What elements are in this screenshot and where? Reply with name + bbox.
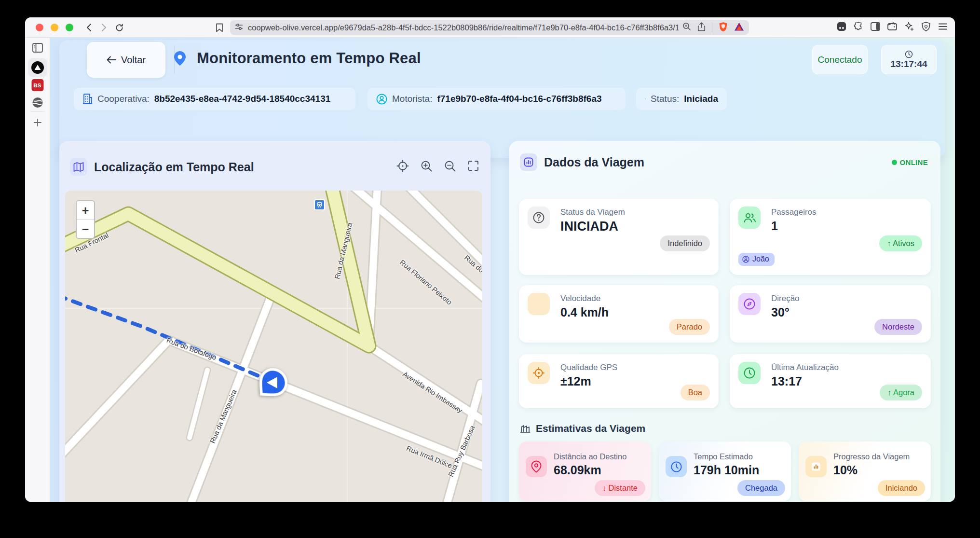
sidebar-toggle-icon[interactable] (31, 41, 44, 54)
gps-target-icon (528, 362, 550, 384)
map-zoom-out-button[interactable]: − (77, 220, 94, 239)
wallet-icon[interactable] (887, 21, 898, 32)
card-badge: Parado (669, 319, 710, 335)
card-badge: ↑ Agora (880, 385, 922, 400)
map-zoom-in-button[interactable]: + (77, 201, 94, 220)
locate-icon[interactable] (396, 159, 409, 172)
new-tab-button[interactable] (33, 118, 42, 127)
bat-rewards-icon[interactable] (734, 22, 744, 33)
eta-clock-icon (666, 456, 687, 477)
online-badge: ONLINE (892, 158, 928, 166)
map-toolbar (396, 159, 480, 172)
back-button[interactable]: Voltar (87, 42, 165, 78)
tab-vercel-app[interactable] (28, 58, 47, 77)
distancia-card: Distância ao Destino 68.09km ↓ Distante (519, 441, 651, 501)
compass-icon (738, 293, 761, 315)
tabstrip-divider (30, 111, 45, 111)
card-badge: Boa (681, 385, 710, 400)
site-settings-icon[interactable] (235, 23, 243, 33)
extensions-icon[interactable] (853, 21, 864, 32)
map-panel: Localização em Tempo Real (59, 141, 490, 502)
map-pin-icon (174, 51, 186, 68)
bookmark-icon[interactable] (213, 21, 226, 34)
url-bar[interactable]: coopweb-olive.vercel.app/e9679da5-a28b-4… (230, 20, 749, 35)
card-label: Direção (771, 294, 800, 303)
card-value: 13:17 (771, 374, 802, 388)
clock-green-icon (738, 362, 761, 384)
connection-status-badge: Conectado (812, 45, 868, 74)
qualidade-gps-card: Qualidade GPS ±12m Boa (519, 354, 719, 408)
zoom-out-icon[interactable] (443, 159, 456, 172)
motorista-chip: Motorista: f71e9b70-e8fa-4f04-bc16-c76ff… (368, 88, 626, 110)
clock-time: 13:17:44 (890, 59, 927, 69)
tab-globe-site[interactable] (31, 97, 43, 109)
tempo-estimado-card: Tempo Estimado 179h 10min Chegada (659, 441, 791, 501)
card-badge: Chegada (737, 480, 785, 496)
zoom-page-icon[interactable] (682, 22, 691, 33)
card-label: Status da Viagem (560, 207, 625, 217)
direcao-card: Direção 30° Nordeste (730, 285, 931, 343)
passenger-icon (742, 256, 749, 263)
vpn-shield-icon[interactable] (921, 21, 931, 32)
status-viagem-card: Status da Viagem INICIADA Indefinido (519, 199, 719, 275)
online-label: ONLINE (900, 158, 928, 166)
card-value: INICIADA (560, 219, 618, 234)
estimates-icon (520, 423, 531, 434)
card-value: 30° (771, 305, 789, 319)
card-badge: Indefinido (660, 235, 710, 251)
chart-icon (520, 153, 537, 171)
passenger-name: João (752, 255, 769, 263)
page-title: Monitoramento em Tempo Real (197, 50, 421, 67)
card-label: Passageiros (771, 207, 817, 217)
minimize-window-button[interactable] (51, 24, 58, 31)
zoom-in-icon[interactable] (420, 159, 433, 172)
fullscreen-icon[interactable] (467, 159, 480, 172)
cooperativa-label: Cooperativa: (97, 94, 150, 104)
maximize-window-button[interactable] (66, 24, 73, 31)
extension-pinned-icon[interactable] (836, 21, 847, 32)
tab-bs-site[interactable]: BS (31, 79, 43, 91)
card-badge: ↑ Ativos (879, 235, 922, 251)
close-window-button[interactable] (36, 24, 43, 31)
ultima-atualizacao-card: Última Atualização 13:17 ↑ Agora (730, 354, 931, 408)
data-panel-title: Dados da Viagem (544, 155, 644, 169)
passenger-chip: João (738, 253, 775, 266)
url-text[interactable]: coopweb-olive.vercel.app/e9679da5-a28b-4… (248, 23, 679, 32)
motorista-value: f71e9b70-e8fa-4f04-bc16-c76ff3b8f6a3 (437, 94, 601, 104)
destination-pin-icon (526, 456, 547, 477)
reload-icon[interactable] (113, 21, 125, 34)
bus-stop-icon (314, 199, 325, 210)
card-badge: Nordeste (874, 319, 922, 335)
map-panel-title: Localização em Tempo Real (94, 160, 254, 174)
online-dot-icon (892, 160, 897, 165)
map-canvas[interactable]: Rua Frontal Rua da Mangueira Rua Florian… (65, 191, 482, 502)
map-icon (70, 158, 87, 176)
menu-icon[interactable] (938, 21, 948, 32)
card-value: 179h 10min (694, 463, 759, 477)
leo-ai-icon[interactable] (904, 21, 914, 32)
sidebar-panel-icon[interactable] (870, 21, 881, 32)
brave-shield-icon[interactable] (719, 22, 728, 34)
driver-icon (376, 94, 387, 105)
estimates-title: Estimativas da Viagem (536, 423, 645, 434)
vertical-tab-strip: BS (25, 38, 50, 502)
status-value: Iniciada (684, 94, 718, 104)
progresso-card: Progresso da Viagem 10% Iniciando (799, 441, 931, 501)
card-badge: ↓ Distante (595, 480, 645, 496)
velocidade-card: Velocidade 0.4 km/h Parado (519, 285, 719, 343)
route-icon (645, 94, 646, 104)
status-label: Status: (651, 94, 679, 104)
card-label: Velocidade (560, 294, 600, 303)
back-icon[interactable] (83, 21, 95, 34)
card-value: ±12m (560, 374, 591, 388)
speed-icon (528, 293, 550, 315)
forward-icon[interactable] (97, 21, 110, 34)
share-icon[interactable] (697, 22, 706, 33)
card-value: 1 (771, 219, 778, 233)
users-icon (738, 207, 761, 229)
progress-chart-icon (805, 456, 827, 477)
page-content: Voltar Monitoramento em Tempo Real Conec… (50, 38, 955, 502)
trip-data-panel: Dados da Viagem ONLINE Status da Viagem … (509, 141, 940, 502)
estimates-header: Estimativas da Viagem (520, 423, 645, 434)
map-zoom-control: + − (76, 200, 95, 239)
